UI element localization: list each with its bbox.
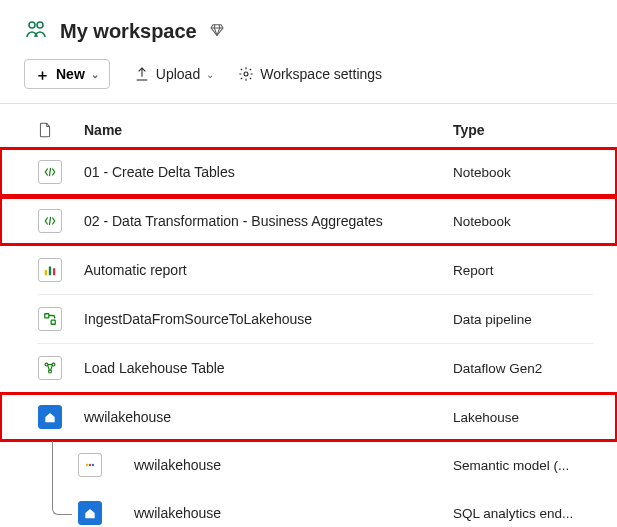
workspace-header: My workspace	[0, 0, 617, 55]
toolbar: ＋ New ⌄ Upload ⌄ Workspace settings	[0, 55, 617, 104]
page-title: My workspace	[60, 20, 197, 43]
table-row[interactable]: wwilakehouseSQL analytics end...	[0, 489, 617, 527]
item-type: Report	[453, 263, 593, 278]
chevron-down-icon: ⌄	[91, 69, 99, 80]
svg-rect-3	[45, 270, 47, 275]
notebook-icon	[38, 209, 84, 233]
upload-label: Upload	[156, 66, 200, 82]
gear-icon	[238, 66, 254, 82]
svg-point-11	[86, 464, 88, 466]
table-row[interactable]: 01 - Create Delta TablesNotebook	[0, 148, 617, 196]
report-icon	[38, 258, 84, 282]
item-name: wwilakehouse	[134, 457, 453, 473]
item-type: Data pipeline	[453, 312, 593, 327]
item-type: SQL analytics end...	[453, 506, 593, 521]
plus-icon: ＋	[35, 67, 50, 82]
svg-point-1	[37, 22, 43, 28]
svg-point-2	[244, 72, 248, 76]
item-name: IngestDataFromSourceToLakehouse	[84, 311, 453, 327]
item-name: wwilakehouse	[84, 409, 453, 425]
workspace-icon	[24, 18, 48, 45]
column-type-header[interactable]: Type	[453, 122, 593, 138]
table-row[interactable]: wwilakehouseSemantic model (...	[0, 441, 617, 489]
workspace-settings-button[interactable]: Workspace settings	[238, 66, 382, 82]
svg-rect-4	[49, 267, 51, 276]
svg-point-0	[29, 22, 35, 28]
item-name: 01 - Create Delta Tables	[84, 164, 453, 180]
upload-button[interactable]: Upload ⌄	[134, 66, 214, 82]
file-icon	[38, 122, 52, 138]
notebook-icon	[38, 160, 84, 184]
item-type: Semantic model (...	[453, 458, 593, 473]
column-icon	[38, 122, 84, 138]
pipeline-icon	[38, 307, 84, 331]
semantic-icon	[78, 453, 134, 477]
new-button-label: New	[56, 66, 85, 82]
item-name: 02 - Data Transformation - Business Aggr…	[84, 213, 453, 229]
item-type: Notebook	[453, 214, 593, 229]
svg-point-13	[92, 464, 94, 466]
chevron-down-icon: ⌄	[206, 69, 214, 80]
svg-rect-7	[51, 320, 55, 324]
dataflow-icon	[38, 356, 84, 380]
item-name: Automatic report	[84, 262, 453, 278]
sql-icon	[78, 501, 134, 525]
table-row[interactable]: wwilakehouseLakehouse	[0, 393, 617, 441]
item-type: Lakehouse	[453, 410, 593, 425]
table-row[interactable]: IngestDataFromSourceToLakehouseData pipe…	[0, 295, 617, 343]
item-type: Dataflow Gen2	[453, 361, 593, 376]
new-button[interactable]: ＋ New ⌄	[24, 59, 110, 89]
svg-rect-6	[45, 314, 49, 318]
table-row[interactable]: Load Lakehouse TableDataflow Gen2	[0, 344, 617, 392]
upload-icon	[134, 66, 150, 82]
item-type: Notebook	[453, 165, 593, 180]
item-list: 01 - Create Delta TablesNotebook02 - Dat…	[0, 148, 617, 441]
table-row[interactable]: Automatic reportReport	[0, 246, 617, 294]
item-name: wwilakehouse	[134, 505, 453, 521]
svg-rect-5	[53, 268, 55, 275]
item-name: Load Lakehouse Table	[84, 360, 453, 376]
tree-connector	[52, 441, 72, 515]
svg-point-12	[89, 464, 91, 466]
diamond-icon	[209, 22, 225, 41]
column-name-header[interactable]: Name	[84, 122, 453, 138]
child-item-group: wwilakehouseSemantic model (...wwilakeho…	[0, 441, 617, 527]
settings-label: Workspace settings	[260, 66, 382, 82]
table-row[interactable]: 02 - Data Transformation - Business Aggr…	[0, 197, 617, 245]
lakehouse-icon	[38, 405, 84, 429]
table-header: Name Type	[0, 104, 617, 148]
